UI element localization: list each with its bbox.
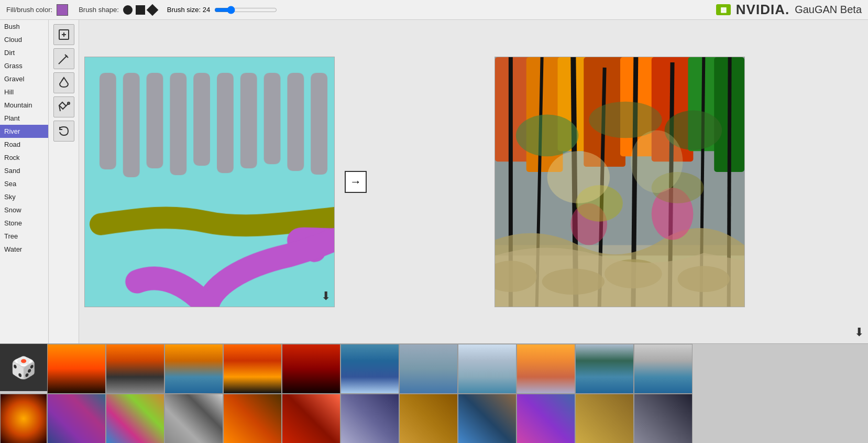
brush-size-label: Brush size: 24: [167, 6, 210, 14]
gallery-item[interactable]: [517, 344, 575, 394]
gallery-item[interactable]: [340, 394, 399, 444]
gallery-item[interactable]: [106, 344, 164, 394]
gallery-item[interactable]: [164, 344, 223, 394]
arrow-panel: →: [340, 20, 371, 343]
sidebar-item-dirt[interactable]: Dirt: [0, 46, 48, 59]
nvidia-text: NVIDIA.: [736, 2, 789, 18]
color-swatch[interactable]: [57, 4, 68, 16]
sidebar-item-cloud[interactable]: Cloud: [0, 33, 48, 46]
gallery-item[interactable]: [223, 344, 282, 394]
sidebar-item-tree[interactable]: Tree: [0, 230, 48, 243]
gallery-item[interactable]: [223, 394, 282, 444]
gallery-item[interactable]: [634, 394, 693, 444]
gallery-item[interactable]: [575, 344, 634, 394]
gallery-item[interactable]: [458, 394, 517, 444]
canvas-wrapper: ⬇: [84, 57, 335, 307]
gallery-item[interactable]: [282, 344, 340, 394]
sidebar-item-river[interactable]: River: [0, 125, 48, 138]
sidebar-item-grass[interactable]: Grass: [0, 59, 48, 72]
gallery-item[interactable]: [340, 344, 399, 394]
gallery-item[interactable]: [458, 344, 517, 394]
brush-shape-label: Brush shape:: [79, 6, 119, 14]
gallery-item[interactable]: [0, 394, 47, 444]
fill-brush-label: Fill/brush color:: [6, 6, 52, 14]
brush-btn[interactable]: [53, 48, 74, 69]
fill-btn[interactable]: [53, 72, 74, 93]
svg-point-38: [547, 151, 610, 203]
sidebar-item-water[interactable]: Water: [0, 243, 48, 256]
tools-panel: [49, 20, 79, 343]
gallery-item[interactable]: [517, 394, 575, 444]
gallery-item[interactable]: [164, 394, 223, 444]
gallery-item[interactable]: [47, 394, 106, 444]
sidebar-item-road[interactable]: Road: [0, 138, 48, 151]
gallery: 🎲: [0, 343, 868, 443]
diamond-shape-btn[interactable]: [146, 4, 158, 16]
sidebar-item-sea[interactable]: Sea: [0, 177, 48, 190]
drawing-canvas[interactable]: [84, 57, 335, 307]
canvas-area: ⬇: [79, 20, 340, 343]
sidebar-item-plant[interactable]: Plant: [0, 112, 48, 125]
svg-line-3: [60, 56, 67, 63]
gallery-item[interactable]: [399, 344, 458, 394]
svg-point-39: [631, 130, 683, 192]
gaugan-text: GauGAN Beta: [795, 4, 862, 16]
gallery-item[interactable]: [399, 394, 458, 444]
sidebar-item-stone[interactable]: Stone: [0, 217, 48, 230]
main-area: BushCloudDirtGrassGravelHillMountainPlan…: [0, 20, 868, 343]
sidebar-item-hill[interactable]: Hill: [0, 85, 48, 99]
sidebar-item-snow[interactable]: Snow: [0, 203, 48, 217]
circle-shape-btn[interactable]: [123, 5, 133, 15]
new-canvas-btn[interactable]: [53, 24, 74, 45]
undo-btn[interactable]: [53, 121, 74, 142]
sidebar: BushCloudDirtGrassGravelHillMountainPlan…: [0, 20, 49, 343]
sidebar-item-bush[interactable]: Bush: [0, 20, 48, 33]
square-shape-btn[interactable]: [136, 5, 145, 15]
brush-shapes: [123, 5, 157, 15]
output-svg: [495, 57, 744, 307]
download-canvas-btn[interactable]: ⬇: [321, 289, 331, 303]
sidebar-item-sand[interactable]: Sand: [0, 164, 48, 177]
brush-size-slider[interactable]: [214, 6, 277, 14]
gallery-row-2: [0, 394, 868, 444]
gallery-item[interactable]: [575, 394, 634, 444]
random-style-btn[interactable]: 🎲: [0, 344, 47, 391]
gallery-item[interactable]: [47, 344, 106, 394]
gallery-item[interactable]: [634, 344, 693, 394]
output-image: [495, 57, 745, 307]
sidebar-item-mountain[interactable]: Mountain: [0, 99, 48, 112]
nvidia-logo: ▩ NVIDIA. GauGAN Beta: [716, 2, 862, 18]
sidebar-item-rock[interactable]: Rock: [0, 151, 48, 164]
nvidia-badge: ▩: [716, 4, 731, 15]
gallery-row-1: 🎲: [0, 344, 868, 394]
output-area: ⬇: [371, 20, 868, 343]
sidebar-item-gravel[interactable]: Gravel: [0, 72, 48, 85]
eyedropper-btn[interactable]: [53, 96, 74, 117]
sidebar-item-sky[interactable]: Sky: [0, 190, 48, 203]
gallery-item[interactable]: [106, 394, 164, 444]
download-output-btn[interactable]: ⬇: [854, 326, 864, 339]
svg-point-33: [516, 114, 578, 156]
generate-btn[interactable]: →: [345, 171, 367, 193]
svg-line-4: [62, 78, 64, 81]
gallery-item[interactable]: [282, 394, 340, 444]
toolbar: Fill/brush color: Brush shape: Brush siz…: [0, 0, 868, 20]
